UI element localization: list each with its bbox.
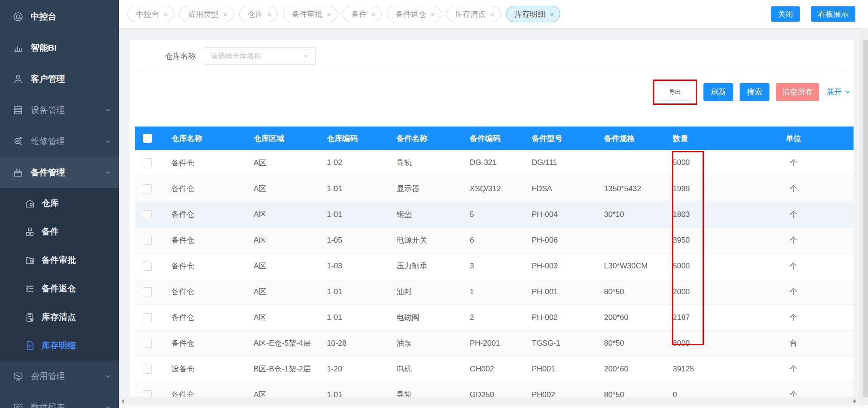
cell-仓库名称: 备件仓 (164, 176, 246, 202)
return-icon (24, 283, 35, 294)
row-checkbox[interactable] (143, 210, 152, 219)
row-checkbox-cell (135, 253, 164, 279)
scroll-right-arrow[interactable] (854, 399, 856, 403)
export-button[interactable]: 导出 (659, 84, 691, 101)
cell-备件规格: L30*W30CM (597, 253, 665, 279)
cell-数量: 5000 (665, 150, 733, 176)
column-header-数量: 数量 (665, 127, 733, 150)
cell-仓库区域: B区-B仓-1架-2层 (246, 356, 320, 382)
customer-icon (12, 73, 24, 85)
cell-备件型号: PH-003 (524, 253, 597, 279)
sidebar-item-label: 备件管理 (31, 167, 65, 178)
sidebar-item-report[interactable]: 数据报表 (0, 392, 119, 408)
cell-备件名称: 导轨 (389, 150, 462, 176)
refresh-button[interactable]: 刷新 (703, 83, 733, 101)
warehouse-icon (24, 197, 35, 209)
filter-row: 仓库名称 请选择仓库名称 (165, 47, 316, 65)
row-checkbox[interactable] (143, 287, 152, 296)
row-checkbox[interactable] (143, 236, 152, 245)
cell-数量: 1999 (665, 176, 733, 202)
tab-close-icon[interactable]: × (371, 11, 375, 18)
tab-库存清点[interactable]: 库存清点× (447, 6, 501, 22)
sidebar-item-customer[interactable]: 客户管理 (0, 63, 119, 94)
sidebar-item-label: 中控台 (31, 11, 57, 23)
tab-费用类型[interactable]: 费用类型× (179, 6, 234, 22)
cell-备件编码: XSQ/312 (462, 176, 524, 202)
sidebar-item-parts-approval[interactable]: 备件审批 (0, 246, 119, 274)
tab-备件审批[interactable]: 备件审批× (283, 6, 337, 22)
sidebar-item-stock-count[interactable]: 库存清点 (0, 303, 119, 331)
tab-close-icon[interactable]: × (327, 11, 331, 18)
row-checkbox[interactable] (143, 365, 152, 374)
tab-close-icon[interactable]: × (223, 11, 227, 18)
sidebar-item-expense[interactable]: 费用管理 (0, 361, 119, 392)
cell-仓库编码: 1-01 (320, 176, 389, 202)
vertical-scrollbar-thumb[interactable] (863, 40, 868, 397)
cell-单位: 个 (733, 150, 854, 176)
tab-label: 库存明细 (514, 9, 545, 19)
annotation-export-box: 导出 (653, 80, 697, 105)
row-checkbox-cell (135, 202, 164, 227)
column-header-备件编码: 备件编码 (462, 127, 524, 150)
cell-仓库区域: A区 (246, 202, 320, 227)
expand-link[interactable]: 展开 (826, 87, 851, 97)
tab-备件返仓[interactable]: 备件返仓× (387, 6, 441, 22)
tab-中控台[interactable]: 中控台× (127, 6, 174, 22)
tab-备件[interactable]: 备件× (343, 6, 382, 22)
tab-label: 中控台 (136, 9, 159, 19)
sidebar-item-parts-return[interactable]: 备件返仓 (0, 274, 119, 303)
vertical-scrollbar[interactable] (859, 28, 868, 408)
tab-close-icon[interactable]: × (268, 11, 272, 18)
cell-备件型号: PH-002 (524, 305, 597, 330)
cell-单位: 个 (733, 176, 854, 202)
row-checkbox[interactable] (143, 158, 152, 167)
sidebar-item-parts[interactable]: 备件 (0, 217, 119, 246)
tab-close-icon[interactable]: × (550, 11, 554, 18)
cell-备件规格: 80*50 (597, 279, 665, 305)
sidebar-item-stock-detail[interactable]: 库存明细 (0, 331, 119, 360)
board-display-button[interactable]: 看板展示 (811, 6, 855, 22)
tab-仓库[interactable]: 仓库× (239, 6, 278, 22)
sidebar-item-repair[interactable]: 维修管理 (0, 126, 119, 157)
clear-all-button[interactable]: 清空所有 (776, 83, 819, 101)
sidebar-item-smart-bi[interactable]: 智能BI (0, 32, 119, 63)
tab-close-icon[interactable]: × (431, 11, 435, 18)
cell-备件名称: 电源开关 (389, 227, 462, 253)
sidebar-item-label: 备件 (42, 226, 59, 238)
tab-close-icon[interactable]: × (164, 11, 168, 18)
cell-备件编码: 6 (462, 227, 524, 253)
cell-备件编码: DG-321 (462, 150, 524, 176)
expand-label: 展开 (826, 87, 842, 97)
tab-label: 备件审批 (292, 9, 322, 19)
close-button[interactable]: 关闭 (771, 6, 800, 22)
sidebar-item-warehouse[interactable]: 仓库 (0, 189, 119, 217)
cell-备件名称: 钢垫 (389, 202, 462, 227)
chevron-down-icon (104, 373, 112, 380)
tab-close-icon[interactable]: × (491, 11, 495, 18)
table-row: 备件仓A区1-05电源开关6PH-0063950个 (135, 227, 854, 253)
row-checkbox[interactable] (143, 313, 152, 322)
row-checkbox-cell (135, 279, 164, 305)
sidebar-item-label: 库存清点 (42, 311, 76, 323)
cell-备件名称: 油泵 (389, 330, 462, 356)
tab-库存明细[interactable]: 库存明细× (506, 6, 560, 22)
row-checkbox[interactable] (143, 184, 152, 193)
sidebar-item-console[interactable]: 中控台 (0, 1, 119, 32)
cell-备件规格: 1350*5432 (597, 176, 665, 202)
cell-备件规格: 200*60 (597, 356, 665, 382)
bi-icon (12, 42, 24, 54)
column-header-备件型号: 备件型号 (524, 127, 597, 150)
warehouse-name-select[interactable]: 请选择仓库名称 (205, 47, 316, 65)
console-icon (12, 11, 24, 23)
row-checkbox[interactable] (143, 262, 152, 271)
cell-数量: 3950 (665, 227, 733, 253)
sidebar-item-spare[interactable]: 备件管理 (0, 157, 119, 188)
row-checkbox[interactable] (143, 339, 152, 348)
horizontal-scrollbar[interactable] (119, 397, 859, 405)
select-all-checkbox[interactable] (143, 134, 152, 143)
cell-单位: 个 (733, 227, 854, 253)
sidebar-item-device[interactable]: 设备管理 (0, 94, 119, 126)
search-button[interactable]: 搜索 (740, 83, 769, 101)
table-row: 设备仓B区-B仓-1架-2层1-20电机GH002PH001200*603912… (135, 356, 854, 382)
scroll-left-arrow[interactable] (122, 399, 124, 403)
